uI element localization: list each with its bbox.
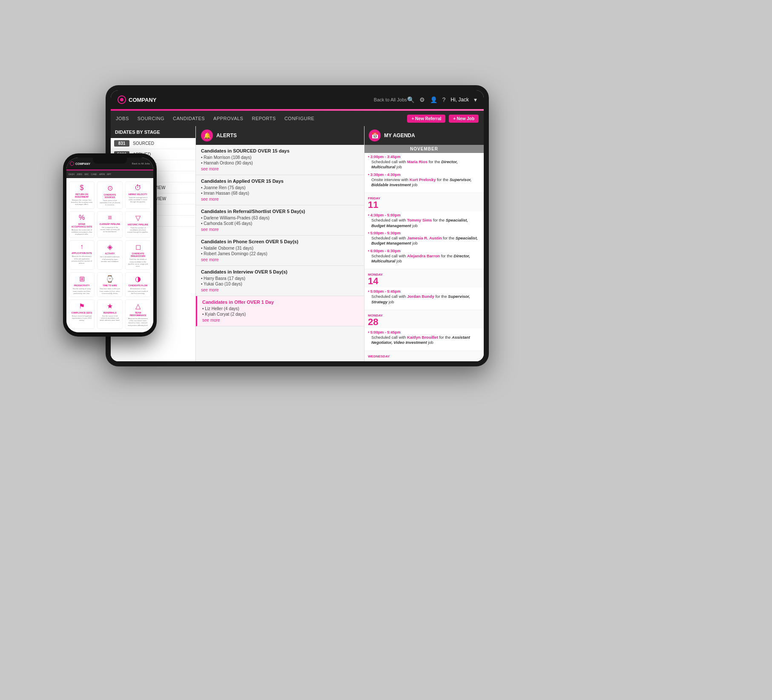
alert-item: Kyiah Coryat (2 days) [202,312,359,317]
nav-sourcing[interactable]: SOURCING [138,116,164,121]
phone-card-desc: Track the number of candidates who have … [127,227,149,233]
alert-item: Darlene Williams-Prades (63 days) [201,216,359,220]
alert-item: Yukai Gao (10 days) [201,282,359,286]
phone-card-flow[interactable]: ◑ CANDIDATE FLOW A breakdown of new entr… [125,272,151,297]
phone-card-desc: Get a snapshot of the current status of … [99,226,121,233]
see-more-link[interactable]: see more [201,167,359,171]
user-icon[interactable]: 👤 [430,96,437,103]
phone-card-historic[interactable]: ▽ HISTORIC PIPELINE Track the number of … [125,211,151,238]
see-more-link[interactable]: see more [201,227,359,232]
event-time: 6:00pm - 6:30pm [368,249,480,253]
phone-card-title: ACTIVITY [99,252,121,255]
phone-logo-circle [70,161,74,166]
see-more-link[interactable]: see more [202,318,359,323]
phone-card-title: OFFER ACCEPTANCE RATE [71,223,92,228]
top-bar-actions: 🔍 ⚙ 👤 ? Hi, Jack ▾ [407,96,477,103]
phone-card-title: HIRING VELOCITY [127,193,149,196]
month-header: NOVEMBER [364,145,484,153]
phone-card-eeo[interactable]: ⚑ COMPLIANCE (EEO) Keep a record of appl… [69,300,95,329]
new-referral-button[interactable]: + New Referral [407,115,445,123]
phone-card-apprate[interactable]: ↑ APPLICATION RATE Measure the effective… [69,240,95,270]
event-desc: Scheduled call with Alejandra Barron for… [368,253,480,264]
phone-company-name: COMPANY [75,162,90,165]
event-desc: Scheduled call with Kaitlyn Brouillet fo… [368,335,480,346]
agenda-events: Scheduled call with Patrick Maloney for.… [364,360,484,361]
event-desc: Scheduled call with Maria Rios for the D… [368,159,480,170]
alert-title: Candidates in Referral/Shortlist OVER 5 … [201,209,359,214]
alerts-title: ALERTS [216,133,237,138]
phone-card-activity[interactable]: ◈ ACTIVITY Get a detailed breakdown of a… [97,240,123,270]
see-more-link[interactable]: see more [201,197,359,202]
alert-section-phone-screen: Candidates in Phone Screen OVER 5 Day(s)… [196,236,364,266]
phone-card-desc: See the source of all referred candidate… [99,315,121,322]
phone-card-roi[interactable]: $ RETURN ON INVESTMENT Measure the cost … [69,181,95,209]
agenda-event: 3:30pm - 4:30pm Onsite interview with Ku… [368,173,480,188]
alert-title: Candidates in Applied OVER 15 Days [201,179,359,184]
nav-jobs[interactable]: JOBS [116,116,129,121]
agenda-events: 3:00pm - 3:45pm Scheduled call with Mari… [364,153,484,193]
phone-card-title: CANDIDATE BREAKDOWN [127,252,149,257]
nav-bar: JOBS SOURCING CANDIDATES APPROVALS REPOR… [111,111,484,126]
phone-nav-sourcing[interactable]: SRC [84,173,89,176]
phone-card-timetohire[interactable]: ⌚ TIME TO HIRE View time taken to fill a… [97,272,123,297]
nav-reports[interactable]: REPORTS [252,116,276,121]
phone-nav-jobs[interactable]: JOBS [77,173,82,176]
phone-logo: COMPANY [70,161,90,166]
phone-card-productivity[interactable]: ⊞ PRODUCTIVITY See the activity of every… [69,272,95,297]
new-job-button[interactable]: + New Job [449,115,479,123]
event-desc: Scheduled call with Tommy Sims for the S… [368,218,480,228]
phone-card-title: CANDIDATE FLOW [127,284,149,287]
agenda-events: 5:00pm - 5:45pm Scheduled call with Kait… [364,328,484,351]
nav-candidates[interactable]: CANDIDATES [173,116,205,121]
phone-card-sources[interactable]: ⊙ CANDIDATE SOURCES Track source of all … [97,181,123,209]
flow-icon: ◑ [127,275,149,283]
phone-nav-dashboard[interactable]: DASH [69,173,75,176]
phone-nav-candidates[interactable]: CAND [91,173,97,176]
stage-label: SOURCED [133,141,154,146]
phone-card-acceptance[interactable]: % OFFER ACCEPTANCE RATE Measure the curr… [69,211,95,238]
company-name: COMPANY [129,97,156,103]
see-more-link[interactable]: see more [201,257,359,262]
event-time: 5:00pm - 5:30pm [368,231,480,235]
dollar-icon: $ [71,184,92,192]
agenda-day-group: 3:00pm - 3:45pm Scheduled call with Mari… [364,153,484,193]
phone-card-referrals[interactable]: ★ REFERRALS See the source of all referr… [97,300,123,329]
phone-card-breakdown[interactable]: ◻ CANDIDATE BREAKDOWN Track live the det… [125,240,151,270]
dropdown-icon[interactable]: ▾ [474,96,477,103]
phone-card-velocity[interactable]: ⏱ HIRING VELOCITY Track the average time… [125,181,151,209]
phone-back-link: Back to All Jobs [132,162,150,165]
phone-card-desc: Measure the effectiveness of the recruit… [127,317,149,326]
agenda-title: MY AGENDA [384,133,415,138]
alerts-header: 🔔 ALERTS [196,126,364,145]
phone-card-title: RETURN ON INVESTMENT [71,193,92,198]
phone-card-desc: Get a detailed breakdown of all activity… [99,256,121,262]
settings-icon[interactable]: ⚙ [419,96,425,103]
phone-card-title: CURRENT PIPELINE [99,223,121,225]
phone-nav-reports[interactable]: RPT [107,173,111,176]
day-name: WEDNESDAY [368,354,390,358]
phone-card-title: PRODUCTIVITY [71,284,92,287]
nav-approvals[interactable]: APPROVALS [213,116,243,121]
logo-area: COMPANY [118,95,374,104]
phone-nav-approvals[interactable]: APPR [99,173,105,176]
search-icon[interactable]: 🔍 [407,96,414,103]
agenda-event: 5:00pm - 5:30pm Scheduled call with Jame… [368,231,480,246]
event-time: 5:00pm - 5:45pm [368,289,480,294]
phone-card-team-performance[interactable]: △ TEAM PERFORMANCE Measure the effective… [125,300,151,329]
nav-configure[interactable]: CONFIGURE [284,116,315,121]
agenda-panel: 📅 MY AGENDA NOVEMBER 3:00pm - 3:45pm Sch… [364,126,484,361]
event-desc: Scheduled call with Jordan Bundy for the… [368,294,480,305]
alert-section-sourced: Candidates in SOURCED OVER 15 days Rain … [196,145,364,175]
phone-card-title: REFERRALS [99,311,121,314]
percent-icon: % [71,214,92,222]
pipeline-icon: ≡ [99,214,121,222]
phone-card-pipeline[interactable]: ≡ CURRENT PIPELINE Get a snapshot of the… [97,211,123,238]
back-to-jobs-link[interactable]: Back to All Jobs [374,97,407,102]
event-desc: Onsite interview with Kurt Prelosky for … [368,177,480,188]
phone-card-title: TEAM PERFORMANCE [127,311,149,317]
main-content: DIDATES BY STAGE 831 SOURCED 5886 APPLIE… [111,126,484,361]
alert-item: Imran Hassan (68 days) [201,191,359,196]
see-more-link[interactable]: see more [201,288,359,292]
help-icon[interactable]: ? [442,96,446,103]
tablet-screen: COMPANY Back to All Jobs 🔍 ⚙ 👤 ? Hi, Jac… [111,90,484,361]
